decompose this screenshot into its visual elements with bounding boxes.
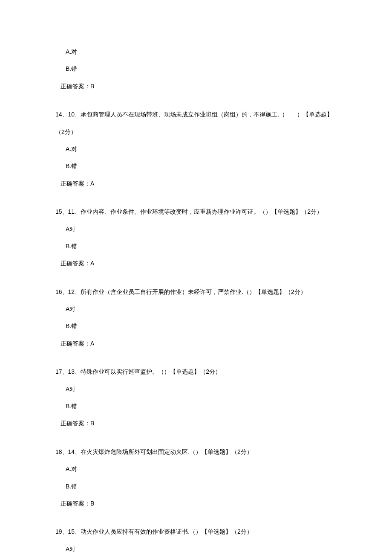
option-a: A对 bbox=[55, 224, 337, 234]
question-13-partial: A.对 B.错 正确答案：B bbox=[55, 47, 337, 91]
option-b: B.错 bbox=[55, 401, 337, 411]
question-16: 16、12、所有作业（含企业员工自行开展的作业）未经许可，严禁作业.（）【单选题… bbox=[55, 287, 337, 349]
correct-answer: 正确答案：B bbox=[55, 418, 337, 428]
question-18: 18、14、在火灾爆炸危险场所外可划出固定动火区.（）【单选题】（2分） A.对… bbox=[55, 447, 337, 509]
question-text: 17、13、特殊作业可以实行巡查监护。（）【单选题】（2分） bbox=[55, 367, 337, 376]
question-17: 17、13、特殊作业可以实行巡查监护。（）【单选题】（2分） A对 B.错 正确… bbox=[55, 367, 337, 428]
option-b: B.错 bbox=[55, 482, 337, 491]
option-a: A.对 bbox=[55, 47, 337, 56]
question-14: 14、10、承包商管理人员不在现场带班、现场未成立作业班组（岗组）的，不得施工.… bbox=[55, 110, 337, 188]
correct-answer: 正确答案：A bbox=[55, 339, 337, 348]
option-b: B.错 bbox=[55, 161, 337, 171]
question-text: 14、10、承包商管理人员不在现场带班、现场未成立作业班组（岗组）的，不得施工.… bbox=[55, 110, 337, 119]
option-a: A.对 bbox=[55, 144, 337, 154]
question-15: 15、11、作业内容、作业条件、作业环境等改变时，应重新办理作业许可证。（）【单… bbox=[55, 207, 337, 268]
option-b: B.错 bbox=[55, 321, 337, 331]
option-a: A.对 bbox=[55, 464, 337, 474]
question-19: 19、15、动火作业人员应持有有效的作业资格证书.（）【单选题】（2分） A对 … bbox=[55, 527, 337, 555]
option-a: A对 bbox=[55, 304, 337, 314]
points: （2分） bbox=[55, 127, 337, 137]
question-text: 18、14、在火灾爆炸危险场所外可划出固定动火区.（）【单选题】（2分） bbox=[55, 447, 337, 456]
question-text: 16、12、所有作业（含企业员工自行开展的作业）未经许可，严禁作业.（）【单选题… bbox=[55, 287, 337, 296]
option-b: B.错 bbox=[55, 241, 337, 251]
correct-answer: 正确答案：B bbox=[55, 81, 337, 91]
question-text: 19、15、动火作业人员应持有有效的作业资格证书.（）【单选题】（2分） bbox=[55, 527, 337, 536]
correct-answer: 正确答案：A bbox=[55, 259, 337, 268]
question-text: 15、11、作业内容、作业条件、作业环境等改变时，应重新办理作业许可证。（）【单… bbox=[55, 207, 337, 216]
correct-answer: 正确答案：B bbox=[55, 499, 337, 508]
correct-answer: 正确答案：A bbox=[55, 179, 337, 188]
option-a: A对 bbox=[55, 544, 337, 554]
option-b: B.错 bbox=[55, 64, 337, 73]
option-a: A对 bbox=[55, 384, 337, 394]
